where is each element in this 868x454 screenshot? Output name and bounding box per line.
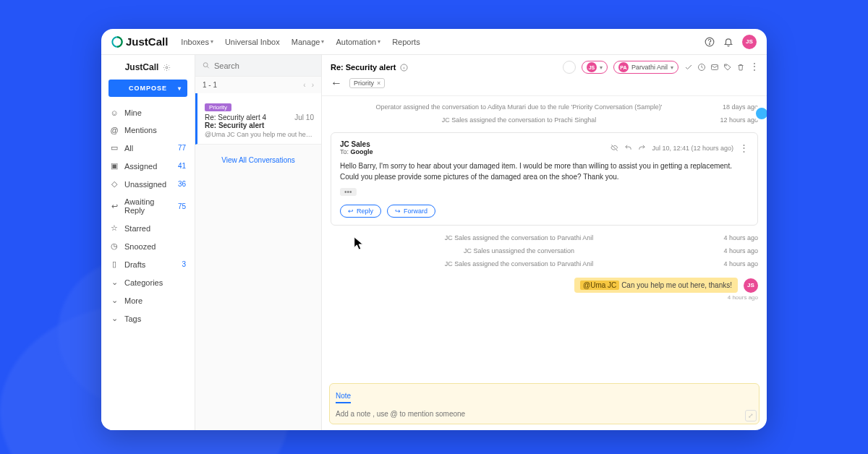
more-icon[interactable]: ⋮: [749, 63, 758, 72]
reply-icon[interactable]: [624, 144, 632, 152]
clock-icon: ◷: [110, 241, 119, 251]
trash-icon[interactable]: [736, 63, 745, 72]
thread-subject-2: Re: Security alert: [205, 121, 264, 129]
svg-point-4: [203, 63, 208, 67]
chevron-down-icon: ▾: [671, 64, 673, 71]
priority-chip[interactable]: Priority×: [349, 78, 385, 88]
check-icon[interactable]: [684, 63, 693, 72]
presence-avatar[interactable]: [754, 106, 767, 121]
composer[interactable]: Note: [329, 383, 760, 424]
message-from: JC Sales: [340, 140, 373, 148]
nav-reports[interactable]: Reports: [392, 38, 420, 46]
brand-text: JustCall: [126, 35, 168, 48]
thread-preview: @Uma JC Can you help me out here, than…: [205, 131, 314, 138]
system-event: JC Sales assigned the conversation to Pa…: [331, 231, 758, 244]
expand-quote-icon[interactable]: •••: [340, 188, 357, 196]
forward-button[interactable]: ↪Forward: [387, 205, 435, 218]
sidebar-item-drafts[interactable]: ▯Drafts3: [101, 255, 195, 273]
search-input[interactable]: [214, 61, 314, 70]
sidebar-item-awaiting[interactable]: ↩Awaiting Reply75: [101, 193, 195, 219]
assignee-chip[interactable]: PAParvathi Anil▾: [613, 61, 678, 74]
svg-point-8: [726, 65, 727, 67]
sidebar-item-categories[interactable]: ⌄Categories: [101, 273, 195, 291]
help-icon[interactable]: [705, 37, 715, 47]
workspace-selector[interactable]: JustCall: [101, 55, 195, 77]
chevron-down-icon: ▾: [600, 64, 603, 71]
nav-automation[interactable]: Automation▾: [336, 38, 380, 46]
next-page-icon[interactable]: ›: [312, 81, 314, 89]
prev-page-icon[interactable]: ‹: [303, 81, 305, 89]
message-body: Hello Barry, I'm sorry to hear about you…: [340, 161, 749, 182]
user-icon: ☺: [110, 108, 119, 117]
detail-pane: Re: Security alert JS▾ PAParvathi Anil▾: [322, 55, 767, 430]
sidebar-item-tags[interactable]: ⌄Tags: [101, 309, 195, 327]
user-avatar[interactable]: JS: [742, 35, 757, 49]
priority-tag: Priority: [205, 103, 231, 111]
assignee-name: Parvathi Anil: [631, 64, 668, 71]
mention-tag[interactable]: @Uma JC: [580, 280, 619, 290]
message-to: Google: [351, 148, 373, 155]
nav-universal-inbox[interactable]: Universal Inbox: [225, 38, 280, 46]
svg-point-3: [166, 67, 168, 69]
chevron-down-icon: ▾: [210, 38, 213, 45]
unassigned-icon: ◇: [110, 179, 119, 189]
pager: 1 - 1 ‹ ›: [195, 77, 321, 93]
sidebar: JustCall COMPOSE ☺Mine @Mentions ▭All77 …: [101, 55, 195, 430]
tag-icon[interactable]: [723, 63, 732, 72]
note-text: Can you help me out here, thanks!: [621, 281, 732, 289]
more-icon[interactable]: ⋮: [739, 142, 749, 153]
clock-icon[interactable]: [697, 63, 706, 72]
topbar: JustCall Inboxes▾ Universal Inbox Manage…: [101, 29, 767, 55]
svg-point-2: [710, 43, 710, 44]
system-event: Operator assigned the conversation to Ad…: [331, 100, 758, 113]
mouse-cursor: [353, 236, 366, 252]
note-time: 4 hours ago: [331, 294, 758, 301]
view-all-link[interactable]: View All Conversations: [195, 145, 321, 176]
sidebar-item-more[interactable]: ⌄More: [101, 291, 195, 309]
back-button[interactable]: ←: [331, 77, 342, 90]
forward-icon[interactable]: [638, 144, 646, 152]
expand-composer-icon[interactable]: ⤢: [745, 410, 757, 421]
nav-manage[interactable]: Manage▾: [292, 38, 325, 46]
page-range: 1 - 1: [203, 81, 217, 89]
remove-chip-icon[interactable]: ×: [377, 80, 380, 87]
brand-logo[interactable]: JustCall: [111, 35, 168, 48]
logo-icon: [111, 36, 123, 48]
sidebar-item-mine[interactable]: ☺Mine: [101, 104, 195, 121]
thread-item[interactable]: Priority Re: Security alert 4Jul 10 Re: …: [195, 93, 321, 145]
reply-button[interactable]: ↩Reply: [340, 205, 381, 218]
composer-input[interactable]: [336, 407, 753, 421]
bell-icon[interactable]: [723, 37, 733, 47]
chevron-down-icon: ⌄: [110, 296, 119, 305]
compose-button[interactable]: COMPOSE: [109, 80, 187, 97]
search-icon: [203, 61, 210, 69]
sidebar-item-unassigned[interactable]: ◇Unassigned36: [101, 175, 195, 193]
at-icon: @: [110, 126, 119, 134]
nav-inboxes[interactable]: Inboxes▾: [181, 38, 213, 46]
eye-off-icon[interactable]: [610, 144, 618, 152]
system-event: JC Sales unassigned the conversation4 ho…: [331, 244, 758, 257]
sidebar-item-mentions[interactable]: @Mentions: [101, 121, 195, 139]
mail-icon[interactable]: [710, 63, 719, 72]
sidebar-item-all[interactable]: ▭All77: [101, 139, 195, 157]
chevron-down-icon: ▾: [321, 38, 324, 45]
system-event: JC Sales assigned the conversation to Pr…: [331, 113, 758, 127]
sidebar-item-assigned[interactable]: ▣Assigned41: [101, 157, 195, 175]
message-card: JC Sales To: Google Jul 10, 12:41 (12 ho…: [331, 132, 758, 226]
conversation-list: 1 - 1 ‹ › Priority Re: Security alert 4J…: [195, 55, 322, 430]
app-window: JustCall Inboxes▾ Universal Inbox Manage…: [101, 29, 767, 430]
search-bar[interactable]: [195, 55, 321, 77]
inbox-icon: ▭: [110, 143, 119, 153]
composer-tab-note[interactable]: Note: [336, 392, 351, 403]
sidebar-item-snoozed[interactable]: ◷Snoozed: [101, 237, 195, 255]
thread-subject-1: Re: Security alert 4: [205, 113, 266, 121]
sidebar-nav: ☺Mine @Mentions ▭All77 ▣Assigned41 ◇Unas…: [101, 104, 195, 327]
participant-chip[interactable]: JS▾: [582, 61, 608, 74]
info-icon[interactable]: [400, 64, 408, 72]
header-actions: ⋮: [684, 63, 758, 72]
note-author-avatar[interactable]: JS: [744, 278, 758, 293]
assigned-icon: ▣: [110, 161, 119, 171]
chevron-down-icon: ⌄: [110, 278, 119, 287]
sidebar-item-starred[interactable]: ☆Starred: [101, 219, 195, 237]
status-circle[interactable]: [563, 61, 576, 74]
